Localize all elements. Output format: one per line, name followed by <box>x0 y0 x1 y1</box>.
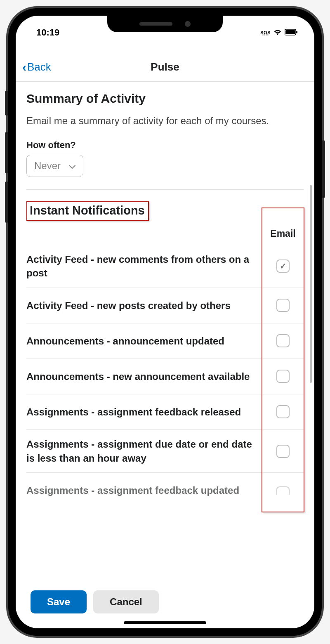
screen: 10:19 SOS ‹ Back P <box>16 16 314 628</box>
chevron-down-icon <box>69 160 75 172</box>
notification-row: Announcements - new announcement availab… <box>26 359 304 394</box>
notification-row: Activity Feed - new posts created by oth… <box>26 288 304 323</box>
notification-label: Assignments - assignment due date or end… <box>26 437 262 465</box>
side-button <box>5 182 8 223</box>
scrollbar[interactable] <box>310 185 312 383</box>
side-button <box>322 140 325 198</box>
cancel-button[interactable]: Cancel <box>93 590 159 613</box>
notification-label: Assignments - assignment feedback releas… <box>26 405 262 419</box>
wifi-icon <box>273 27 282 38</box>
notification-label: Announcements - new announcement availab… <box>26 370 262 384</box>
email-checkbox[interactable] <box>276 405 290 418</box>
notification-row: Announcements - announcement updated <box>26 323 304 359</box>
checkmark-icon: ✓ <box>280 261 287 271</box>
notification-label: Activity Feed - new comments from others… <box>26 252 262 280</box>
email-column-header: Email <box>270 228 295 239</box>
content[interactable]: Summary of Activity Email me a summary o… <box>16 82 314 594</box>
back-button[interactable]: ‹ Back <box>22 60 51 74</box>
frequency-value: Never <box>34 160 61 172</box>
notification-label: Activity Feed - new posts created by oth… <box>26 299 262 313</box>
email-checkbox[interactable] <box>276 334 290 347</box>
summary-desc: Email me a summary of activity for each … <box>26 114 304 128</box>
notification-row: Assignments - assignment feedback update… <box>26 473 304 508</box>
highlight-instant-title: Instant Notifications <box>26 201 149 221</box>
notch <box>107 16 223 32</box>
email-checkbox[interactable] <box>276 299 290 312</box>
status-right: SOS <box>260 27 302 38</box>
phone-frame: 10:19 SOS ‹ Back P <box>8 8 322 636</box>
side-button <box>5 132 8 173</box>
side-button <box>5 91 8 116</box>
email-checkbox[interactable] <box>276 445 290 458</box>
svg-rect-2 <box>296 31 297 33</box>
notification-label: Announcements - announcement updated <box>26 334 262 348</box>
home-indicator[interactable] <box>124 621 206 624</box>
back-label: Back <box>27 61 51 73</box>
notification-row: Assignments - assignment feedback releas… <box>26 394 304 430</box>
nav-bar: ‹ Back Pulse <box>16 53 314 82</box>
sos-indicator: SOS <box>260 30 271 35</box>
instant-title: Instant Notifications <box>30 204 145 217</box>
camera <box>185 21 191 27</box>
frequency-select[interactable]: Never <box>26 155 83 177</box>
chevron-left-icon: ‹ <box>22 60 26 74</box>
email-checkbox[interactable] <box>276 486 290 495</box>
divider <box>26 189 304 190</box>
notification-label: Assignments - assignment feedback update… <box>26 484 262 498</box>
notification-list: Email Activity Feed - new comments from … <box>26 228 304 508</box>
frequency-label: How often? <box>26 140 304 151</box>
save-button[interactable]: Save <box>31 590 87 613</box>
notification-row: Activity Feed - new comments from others… <box>26 245 304 288</box>
battery-icon <box>285 27 298 38</box>
status-time: 10:19 <box>28 27 59 38</box>
notification-row: Assignments - assignment due date or end… <box>26 430 304 473</box>
summary-title: Summary of Activity <box>26 92 304 106</box>
svg-rect-1 <box>285 30 295 34</box>
email-checkbox[interactable] <box>276 370 290 383</box>
page-title: Pulse <box>151 61 179 73</box>
email-checkbox[interactable]: ✓ <box>276 259 290 273</box>
speaker <box>139 22 172 26</box>
